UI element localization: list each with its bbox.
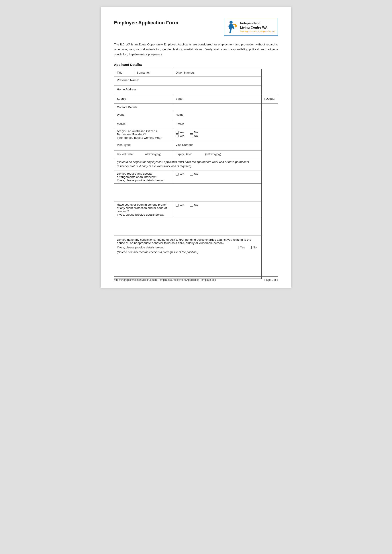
issued-date-format: (dd/mm/yyyy)	[145, 153, 161, 156]
table-row-home-address: Home Address:	[114, 86, 278, 95]
page-header: Employee Application Form IndependentLiv…	[114, 18, 278, 36]
svg-point-0	[230, 21, 233, 24]
serious-breach-detail: If yes, please provide details below:	[117, 213, 170, 216]
mobile-label: Mobile:	[114, 120, 173, 128]
convictions-no-label: No	[253, 246, 257, 249]
state-label: State:	[173, 95, 261, 103]
expiry-date-format: (dd/mm/yyyy)	[205, 153, 221, 156]
citizen-yes-checkbox[interactable]	[175, 131, 178, 134]
applicant-details-heading: Applicant Details:	[114, 63, 278, 67]
logo-text-block: IndependentLiving Centre WA Making choic…	[240, 21, 275, 33]
arrangements-detail-cell	[114, 183, 262, 201]
work-label: Work:	[114, 111, 173, 120]
title-label: Title:	[114, 69, 134, 76]
convictions-detail: If yes, please provide details below:	[117, 246, 164, 249]
table-row-citizen: Are you an Australian Citizen / Permanen…	[114, 128, 278, 141]
table-row-dates: Issued Date: (dd/mm/yyyy) Expiry Date: (…	[114, 150, 278, 158]
footer-url: http://sharepoint/sites/hr/Recruitment T…	[114, 278, 216, 281]
table-row-preferred-name: Preferred Name:	[114, 76, 278, 86]
suburb-label: Suburb:	[114, 95, 173, 103]
pcode-label: P/Code:	[262, 95, 278, 103]
table-row-arrangements-detail	[114, 183, 278, 201]
visa-yes-label: Yes	[180, 134, 184, 138]
convictions-no-checkbox[interactable]	[249, 246, 252, 249]
visa-yes-row: Yes No	[175, 134, 259, 138]
table-row-convictions: Do you have any convictions, finding of …	[114, 235, 278, 279]
table-row-name: Title: Surname: Given Name/s:	[114, 69, 278, 76]
citizen-label: Are you an Australian Citizen / Permanen…	[117, 129, 170, 136]
form-title: Employee Application Form	[114, 20, 178, 26]
arrangements-no-checkbox[interactable]	[190, 173, 193, 175]
breach-no-label: No	[194, 203, 198, 207]
visa-no-label: No	[194, 134, 198, 138]
table-row-special-arrangements: Do you require any special arrangements …	[114, 170, 278, 183]
table-row-suburb: Suburb: State: P/Code:	[114, 95, 278, 103]
visa-type-label: Visa Type:	[114, 141, 173, 150]
issued-date-label: Issued Date:	[117, 152, 134, 156]
page-container: Employee Application Form IndependentLiv…	[101, 7, 291, 288]
visa-no-checkbox[interactable]	[190, 134, 193, 137]
table-row-serious-breach: Have you ever been in serious breach of …	[114, 201, 278, 218]
logo-line1: IndependentLiving Centre WA	[240, 21, 275, 30]
citizen-no-label: No	[194, 131, 198, 134]
logo-tagline: Making choices finding solutions	[240, 30, 275, 33]
breach-yes-checkbox[interactable]	[175, 204, 178, 207]
logo-container: IndependentLiving Centre WA Making choic…	[224, 18, 278, 36]
convictions-note: (Note: A criminal records check is a pre…	[117, 250, 257, 254]
table-row-breach-detail	[114, 218, 278, 235]
home-phone-label: Home:	[173, 111, 261, 120]
table-row-mobile-email: Mobile: Email:	[114, 120, 278, 128]
citizen-yes-label: Yes	[180, 131, 184, 134]
serious-breach-label: Have you ever been in serious breach of …	[117, 203, 170, 213]
email-label: Email:	[173, 120, 261, 128]
table-row-visa-note: (Note: to be eligible for employment, ap…	[114, 158, 278, 170]
arrangements-yes-label: Yes	[180, 173, 184, 176]
arrangements-no-label: No	[194, 173, 198, 176]
applicant-form-table: Title: Surname: Given Name/s: Preferred …	[114, 69, 278, 279]
logo-figure-icon	[226, 20, 238, 34]
convictions-yes-checkbox[interactable]	[236, 246, 239, 249]
breach-checkbox-row: Yes No	[175, 203, 259, 207]
breach-yes-label: Yes	[180, 203, 184, 207]
surname-label: Surname:	[134, 69, 173, 76]
arrangements-checkbox-row: Yes No	[175, 173, 259, 176]
citizen-yes-row: Yes No	[175, 131, 259, 134]
working-visa-label: If no, do you have a working visa?	[117, 136, 170, 139]
convictions-detail-area	[117, 254, 259, 276]
special-arrangements-detail: If yes, please provide details below:	[117, 179, 170, 182]
contact-details-label: Contact Details	[114, 103, 262, 111]
breach-no-checkbox[interactable]	[190, 204, 193, 207]
convictions-yes-label: Yes	[240, 246, 245, 249]
visa-number-label: Visa Number:	[173, 141, 261, 150]
page-footer: http://sharepoint/sites/hr/Recruitment T…	[114, 276, 278, 281]
convictions-label: Do you have any convictions, finding of …	[117, 238, 257, 245]
citizen-no-checkbox[interactable]	[190, 131, 193, 134]
home-address-label: Home Address:	[114, 86, 262, 95]
table-row-work-home: Work: Home:	[114, 111, 278, 120]
visa-note: (Note: to be eligible for employment, ap…	[114, 158, 262, 170]
intro-paragraph: The ILC WA is an Equal Opportunity Emplo…	[114, 42, 278, 57]
arrangements-yes-checkbox[interactable]	[175, 173, 178, 175]
preferred-name-label: Preferred Name:	[114, 76, 262, 86]
expiry-date-label: Expiry Date:	[175, 152, 192, 156]
table-row-contact-header: Contact Details	[114, 103, 278, 111]
breach-detail-cell	[114, 218, 262, 235]
table-row-visa-type-number: Visa Type: Visa Number:	[114, 141, 278, 150]
visa-yes-checkbox[interactable]	[175, 134, 178, 137]
footer-page-info: Page 1 of 3	[265, 278, 278, 281]
given-name-label: Given Name/s:	[173, 69, 261, 76]
special-arrangements-label: Do you require any special arrangements …	[117, 172, 170, 179]
